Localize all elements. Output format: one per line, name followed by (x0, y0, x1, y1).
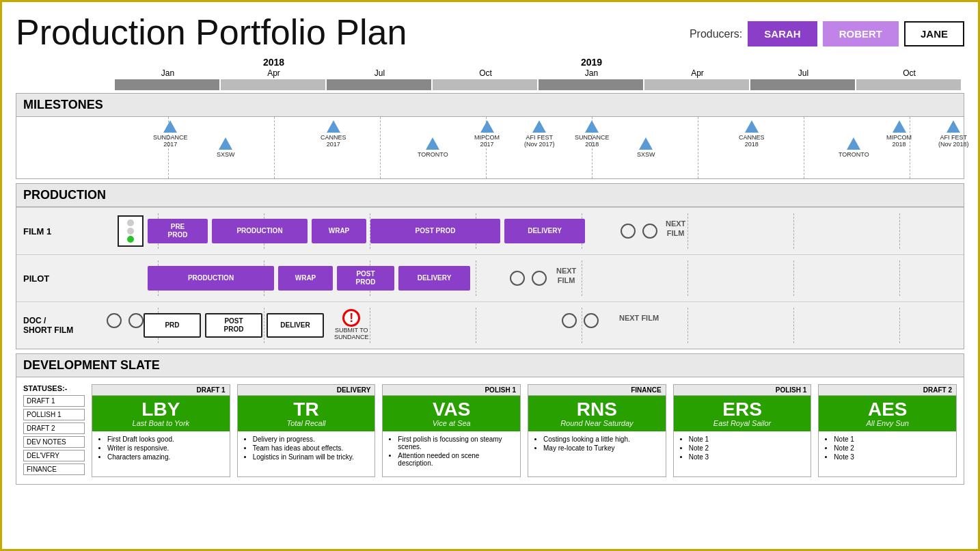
month-jul1: Jul (327, 68, 433, 78)
month-apr2: Apr (644, 68, 750, 78)
milestone-sundance2017: SUNDANCE2017 (153, 120, 188, 148)
status-finance: FINANCE (23, 463, 85, 475)
milestones-body: SUNDANCE2017 SXSW CANNES2017 TORONTO MIP… (115, 117, 964, 178)
milestone-label: SXSW (637, 151, 655, 158)
doc-content: PRD POSTPROD DELIVER ! SUBMIT TOSUNDANCE… (105, 308, 964, 343)
milestone-sxsw1: SXSW (217, 137, 235, 158)
rns-name-block: RNS Round Near Saturday (528, 396, 666, 431)
month-jul2: Jul (750, 68, 856, 78)
vas-notes: First polish is focussing on steamy scen… (383, 431, 520, 476)
circle-2 (642, 224, 657, 239)
rns-full-name: Round Near Saturday (531, 419, 663, 430)
vas-acronym: VAS (385, 400, 517, 419)
milestone-triangle (426, 137, 439, 150)
film1-circles (619, 224, 659, 239)
circle-left-1 (107, 313, 122, 328)
delivery-block: DELIVERY (504, 219, 585, 243)
film1-next-film: NEXTFILM (666, 219, 685, 239)
producer-sarah-button[interactable]: SARAH (748, 21, 817, 46)
circle-right-1 (562, 313, 577, 328)
month-oct1: Oct (433, 68, 539, 78)
doc-row: DOC /SHORT FILM PRD POSTPROD (16, 301, 964, 349)
tr-name-block: TR Total Recall (238, 396, 375, 431)
milestone-label: CANNES2017 (321, 134, 346, 148)
project-vas: POLISH 1 VAS Vice at Sea First polish is… (382, 384, 521, 477)
doc-prd-block: PRD (144, 313, 201, 338)
milestone-triangle (847, 137, 860, 150)
project-rns: FINANCE RNS Round Near Saturday Costings… (528, 384, 666, 477)
milestone-triangle (745, 120, 759, 133)
circle-left-2 (128, 313, 144, 328)
light-red (127, 219, 134, 226)
milestone-mipcom2017: MIPCOM2017 (474, 120, 500, 148)
milestone-label: SUNDANCE2017 (153, 134, 188, 148)
timeline-header: 2018 2019 Jan Apr Jul Oct Jan Apr Jul Oc… (16, 57, 964, 90)
milestones-header: MILESTONES (16, 94, 964, 117)
doc-circles-right (560, 313, 600, 328)
pilot-post-prod-block: POSTPROD (337, 266, 394, 291)
tr-full-name: Total Recall (241, 419, 372, 430)
aes-acronym: AES (821, 400, 953, 419)
project-tr: DELIVERY TR Total Recall Delivery in pro… (237, 384, 376, 477)
producer-jane-button[interactable]: JANE (904, 21, 964, 46)
submit-label: SUBMIT TOSUNDANCE (334, 327, 369, 340)
tr-badge: DELIVERY (238, 385, 375, 396)
wrap-block: WRAP (312, 219, 366, 243)
doc-deliver-block: DELIVER (267, 313, 324, 338)
milestone-toronto2: TORONTO (839, 137, 869, 158)
light-yellow (127, 228, 134, 234)
year-2019: 2019 (539, 57, 644, 68)
doc-label: DOC /SHORT FILM (16, 316, 105, 335)
header: Production Portfolio Plan Producers: SAR… (16, 14, 964, 50)
rns-acronym: RNS (531, 400, 663, 419)
doc-circles-left (105, 313, 145, 328)
producers-label: Producers: (690, 28, 742, 40)
milestone-sxsw2: SXSW (637, 137, 655, 158)
circle-right-2 (584, 313, 599, 328)
project-aes: DRAFT 2 AES All Envy Sun Note 1 Note 2 N… (818, 384, 957, 477)
production-header: PRODUCTION (16, 184, 964, 207)
status-draft2: DRAFT 2 (23, 422, 85, 434)
lby-name-block: LBY Last Boat to York (92, 396, 230, 431)
producer-robert-button[interactable]: ROBERT (823, 21, 899, 46)
project-lby: DRAFT 1 LBY Last Boat to York First Draf… (92, 384, 230, 477)
production-block: PRODUCTION (212, 219, 308, 243)
milestone-label: TORONTO (839, 151, 869, 158)
statuses-panel: STATUSES:- DRAFT 1 POLLISH 1 DRAFT 2 DEV… (23, 384, 85, 477)
dev-slate-section: DEVELOPMENT SLATE STATUSES:- DRAFT 1 POL… (16, 353, 964, 485)
lby-badge: DRAFT 1 (92, 385, 230, 396)
lby-notes: First Draft looks good. Writer is respon… (92, 431, 230, 476)
ers-notes: Note 1 Note 2 Note 3 (674, 431, 811, 476)
milestone-label: SUNDANCE2018 (575, 134, 610, 148)
aes-name-block: AES All Envy Sun (819, 396, 956, 431)
milestone-triangle (893, 120, 906, 133)
pilot-wrap-block: WRAP (278, 266, 333, 291)
film1-row: FILM 1 PREPROD PR (16, 207, 964, 254)
milestone-triangle (532, 120, 546, 133)
milestone-toronto1: TORONTO (418, 137, 448, 158)
milestone-label: CANNES2018 (739, 134, 765, 148)
milestone-label: AFI FEST(Nov 2018) (938, 134, 969, 148)
milestone-label: MIPCOM2017 (474, 134, 500, 148)
post-prod-block: POST PROD (370, 219, 500, 243)
month-jan1: Jan (115, 68, 221, 78)
vas-name-block: VAS Vice at Sea (383, 396, 520, 431)
status-draft1: DRAFT 1 (23, 395, 85, 407)
milestone-triangle (480, 120, 494, 133)
vas-full-name: Vice at Sea (385, 419, 517, 430)
circle-2 (532, 271, 547, 286)
tr-acronym: TR (241, 400, 372, 419)
tr-notes: Delivery in progress. Team has ideas abo… (238, 431, 375, 476)
doc-post-prod-block: POSTPROD (205, 313, 262, 338)
milestone-cannes2018: CANNES2018 (739, 120, 765, 148)
production-section: PRODUCTION FILM 1 (16, 183, 964, 349)
status-devnotes: DEV NOTES (23, 436, 85, 448)
pilot-next-film: NEXTFILM (556, 266, 576, 286)
light-green (127, 236, 134, 243)
lby-acronym: LBY (95, 400, 227, 419)
milestone-afifest2017: AFI FEST(Nov 2017) (524, 120, 555, 148)
milestone-triangle (163, 120, 177, 133)
milestone-label: MIPCOM2018 (886, 134, 912, 148)
page-title: Production Portfolio Plan (16, 14, 407, 50)
pilot-delivery-block: DELIVERY (398, 266, 470, 291)
